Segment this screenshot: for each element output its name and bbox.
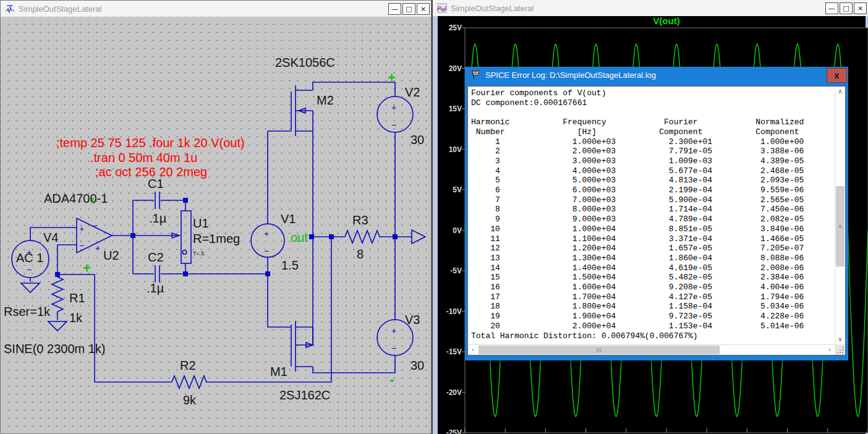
label-ref-m1[interactable]: M1 bbox=[270, 365, 287, 378]
label-opamp-vbot-plus[interactable]: + bbox=[95, 243, 100, 253]
label-marker-v3-minus[interactable]: - bbox=[389, 372, 394, 387]
label-directive-tran[interactable]: .tran 0 50m 40m 1u bbox=[90, 151, 197, 164]
label-val-r3[interactable]: 8 bbox=[357, 247, 364, 261]
minimize-button[interactable]: — bbox=[388, 3, 401, 15]
waveform-window-title: SimpleOutStageLateral bbox=[451, 4, 824, 13]
label-ref-m2[interactable]: M2 bbox=[317, 93, 334, 107]
potentiometer-u1-symbol[interactable] bbox=[181, 211, 191, 263]
mosfet-m2-symbol[interactable] bbox=[268, 85, 313, 136]
label-val-v3[interactable]: 30 bbox=[411, 359, 424, 372]
maximize-button[interactable]: □ bbox=[840, 2, 853, 14]
spice-log-flag-icon bbox=[470, 70, 481, 80]
label-v2-plus[interactable]: + bbox=[391, 103, 396, 113]
spice-error-log-window: SPICE Error Log: D:\SimpleOutStageLatera… bbox=[465, 67, 848, 360]
maximize-button[interactable]: □ bbox=[402, 3, 415, 15]
label-ref-u1[interactable]: U1 bbox=[193, 216, 209, 230]
schematic-window-title: SimpleOutStageLateral bbox=[19, 4, 387, 14]
label-val-r2[interactable]: 9k bbox=[183, 393, 197, 407]
label-marker-v2-plus[interactable]: + bbox=[388, 70, 396, 85]
label-ref-v4[interactable]: V4 bbox=[43, 231, 58, 244]
resistor-r3-symbol[interactable] bbox=[345, 231, 382, 243]
minimize-button[interactable]: — bbox=[825, 2, 838, 14]
label-val-c2[interactable]: .1µ bbox=[147, 281, 164, 295]
y-axis-tick-label: 25V bbox=[449, 23, 462, 32]
label-val-v2[interactable]: 30 bbox=[411, 133, 424, 147]
label-net-out[interactable]: out bbox=[291, 231, 308, 244]
scroll-down-icon[interactable]: ∨ bbox=[835, 334, 845, 344]
waveform-titlebar[interactable]: SimpleOutStageLateral — □ × bbox=[433, 0, 868, 17]
label-part-2sk1056c[interactable]: 2SK1056C bbox=[275, 56, 335, 69]
label-v1-plus[interactable]: + bbox=[264, 229, 269, 239]
log-vertical-scrollbar[interactable]: ∧ ≡ ∨ bbox=[835, 87, 845, 344]
label-ref-v3[interactable]: V3 bbox=[405, 313, 420, 326]
log-close-button[interactable]: x bbox=[827, 68, 847, 83]
label-v1-minus[interactable]: − bbox=[264, 246, 269, 256]
label-directive-temp-four[interactable]: ;temp 25 75 125 .four 1k 20 V(out) bbox=[56, 136, 245, 150]
schematic-canvas[interactable]: 2SK1056CM2V230;temp 25 75 125 .four 1k 2… bbox=[1, 17, 431, 433]
y-axis-tick-label: 5V bbox=[453, 185, 462, 194]
y-axis-tick-label: 10V bbox=[449, 145, 462, 154]
label-val-u1[interactable]: R=1meg bbox=[193, 232, 240, 245]
label-ref-r1[interactable]: R1 bbox=[69, 291, 85, 305]
label-opamp-in-minus[interactable]: − bbox=[79, 240, 84, 250]
trace-legend-vout[interactable]: V(out) bbox=[653, 16, 679, 26]
resize-grip[interactable] bbox=[835, 344, 845, 355]
vertical-scroll-thumb[interactable]: ≡ bbox=[836, 186, 845, 266]
resistor-r2-symbol[interactable] bbox=[172, 376, 209, 388]
capacitor-c1-symbol[interactable] bbox=[155, 192, 160, 209]
y-axis-tick-label: -25V bbox=[446, 428, 462, 434]
scroll-right-icon[interactable]: › bbox=[825, 345, 835, 355]
label-val-v4-sine[interactable]: SINE(0 2300m 1k) bbox=[4, 342, 106, 355]
label-ref-r2[interactable]: R2 bbox=[180, 359, 196, 372]
log-content: Fourier components of V(out) DC componen… bbox=[467, 86, 846, 355]
label-marker-opamp-current[interactable]: I bbox=[91, 195, 94, 206]
label-opamp-vtop-minus[interactable]: − bbox=[92, 221, 97, 231]
label-ref-c2[interactable]: C2 bbox=[148, 250, 164, 264]
label-ref-c1[interactable]: C1 bbox=[148, 177, 164, 190]
close-button[interactable]: × bbox=[854, 2, 867, 14]
y-axis-tick-label: -15V bbox=[446, 347, 462, 356]
label-v3-minus[interactable]: − bbox=[391, 343, 396, 353]
y-axis-tick-label: 15V bbox=[449, 104, 462, 113]
y-axis-tick-label: -5V bbox=[450, 266, 462, 275]
label-ref-v2[interactable]: V2 bbox=[405, 85, 420, 99]
log-text[interactable]: Fourier components of V(out) DC componen… bbox=[468, 87, 835, 344]
log-horizontal-scrollbar[interactable]: ‹ ||| › bbox=[468, 344, 835, 355]
label-val-r1[interactable]: 1k bbox=[69, 311, 83, 325]
log-window-title: SPICE Error Log: D:\SimpleOutStageLatera… bbox=[485, 70, 656, 80]
ground-symbol-v4 bbox=[21, 283, 40, 292]
mosfet-m1-symbol[interactable] bbox=[291, 321, 313, 372]
horizontal-scroll-thumb[interactable]: ||| bbox=[479, 346, 720, 354]
schematic-titlebar[interactable]: SimpleOutStageLateral — □ × bbox=[1, 1, 431, 17]
label-ref-u2[interactable]: U2 bbox=[103, 249, 119, 262]
label-part-ada4700-1[interactable]: ADA4700-1 bbox=[44, 192, 108, 205]
scroll-up-icon[interactable]: ∧ bbox=[835, 87, 845, 96]
label-v3-plus[interactable]: + bbox=[391, 326, 396, 336]
resistor-r1-symbol[interactable] bbox=[52, 274, 63, 320]
label-ref-r3[interactable]: R3 bbox=[352, 213, 368, 227]
y-axis-tick-label: 0V bbox=[453, 226, 462, 235]
log-titlebar[interactable]: SPICE Error Log: D:\SimpleOutStageLatera… bbox=[465, 67, 848, 83]
close-button[interactable]: × bbox=[417, 3, 430, 15]
output-port-arrow bbox=[412, 230, 425, 244]
label-val-v4-rser[interactable]: Rser=1k bbox=[4, 305, 51, 318]
schematic-window: SimpleOutStageLateral — □ × bbox=[0, 0, 432, 434]
label-v4-plus[interactable]: + bbox=[27, 247, 32, 257]
label-marker-opamp-plus[interactable]: + bbox=[83, 260, 91, 276]
label-opamp-in-plus[interactable]: + bbox=[79, 224, 84, 234]
label-val-u1-tap[interactable]: T=.5 bbox=[193, 250, 204, 257]
label-val-c1[interactable]: .1µ bbox=[149, 211, 167, 225]
scroll-left-icon[interactable]: ‹ bbox=[468, 345, 478, 355]
y-axis-tick-label: -10V bbox=[446, 307, 462, 316]
label-v2-minus[interactable]: − bbox=[391, 120, 396, 130]
y-axis-tick-label: -20V bbox=[446, 388, 462, 397]
ltspice-waveform-icon bbox=[437, 3, 447, 13]
ltspice-schematic-icon bbox=[5, 4, 15, 14]
y-axis-tick-label: 20V bbox=[449, 64, 462, 73]
label-part-2sj162c[interactable]: 2SJ162C bbox=[279, 388, 330, 402]
label-val-v1[interactable]: 1.5 bbox=[281, 258, 299, 272]
label-ref-v1[interactable]: V1 bbox=[281, 212, 296, 226]
label-v4-minus[interactable]: − bbox=[27, 265, 32, 274]
capacitor-c2-symbol[interactable] bbox=[155, 265, 160, 283]
ground-symbol-r1 bbox=[48, 321, 67, 331]
